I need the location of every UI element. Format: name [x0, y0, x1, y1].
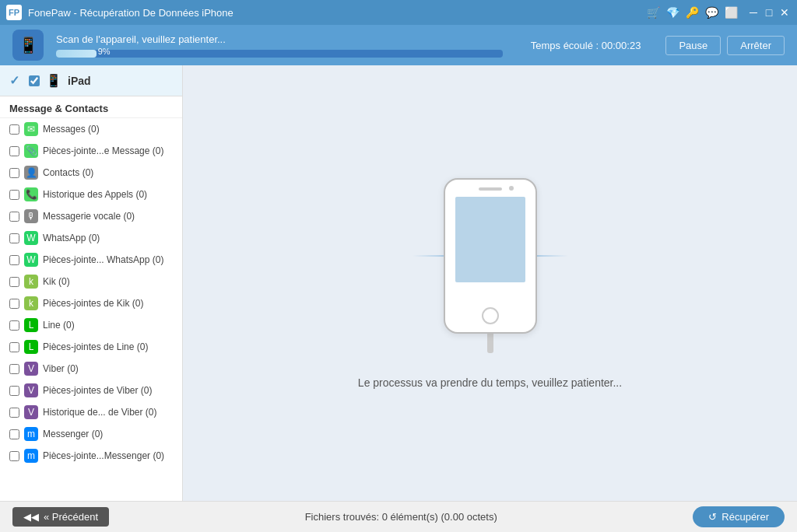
diamond-icon[interactable]: 💎 — [666, 6, 679, 19]
sidebar-item-pieces-line[interactable]: LPièces-jointes de Line (0) — [0, 336, 182, 358]
chat-icon[interactable]: 💬 — [705, 6, 718, 19]
files-found: Fichiers trouvés: 0 élément(s) (0.00 oct… — [305, 511, 497, 523]
sidebar-item-contacts[interactable]: 👤Contacts (0) — [0, 162, 182, 184]
ipad-icon: 📱 — [46, 73, 61, 88]
sidebar-item-pieces-message[interactable]: 📎Pièces-jointe...e Message (0) — [0, 140, 182, 162]
title-bar: FP FonePaw - Récupération De Données iPh… — [0, 0, 797, 25]
label-messagerie-vocale: Messagerie vocale (0) — [43, 211, 173, 222]
checkbox-pieces-messenger[interactable] — [9, 451, 19, 461]
sidebar-item-viber[interactable]: VViber (0) — [0, 358, 182, 380]
app-icon: FP — [6, 5, 22, 20]
checkbox-pieces-kik[interactable] — [9, 299, 19, 309]
maximize-button[interactable]: □ — [763, 6, 775, 19]
sidebar-item-kik[interactable]: kKik (0) — [0, 271, 182, 292]
sidebar-item-pieces-viber[interactable]: VPièces-jointes de Viber (0) — [0, 380, 182, 401]
sidebar-item-messenger[interactable]: mMessenger (0) — [0, 423, 182, 445]
back-label: « Précédent — [44, 511, 98, 523]
icon-messenger: m — [24, 427, 38, 441]
progress-content: Scan de l'appareil, veuillez patienter..… — [56, 33, 503, 58]
icon-contacts: 👤 — [24, 166, 38, 180]
checkbox-pieces-whatsapp[interactable] — [9, 255, 19, 265]
sidebar-item-historique-viber[interactable]: VHistorique de... de Viber (0) — [0, 401, 182, 423]
scan-label: Scan de l'appareil, veuillez patienter..… — [56, 33, 503, 45]
label-messenger: Messenger (0) — [43, 429, 173, 439]
sidebar-item-pieces-messenger[interactable]: mPièces-jointe...Messenger (0) — [0, 445, 182, 467]
label-pieces-viber: Pièces-jointes de Viber (0) — [43, 385, 173, 396]
recover-button[interactable]: ↺ Récupérer — [693, 506, 785, 527]
icon-line: L — [24, 318, 38, 332]
checkbox-viber[interactable] — [9, 364, 19, 374]
app-title: FonePaw - Récupération De Données iPhone — [28, 7, 647, 19]
checkbox-pieces-message[interactable] — [9, 146, 19, 156]
label-historique-appels: Historique des Appels (0) — [43, 189, 173, 200]
iphone-speaker — [479, 187, 502, 191]
sidebar-item-pieces-kik[interactable]: kPièces-jointes de Kik (0) — [0, 292, 182, 314]
icon-kik: k — [24, 275, 38, 289]
sidebar-items: ✉Messages (0)📎Pièces-jointe...e Message … — [0, 118, 182, 467]
checkbox-messenger[interactable] — [9, 429, 19, 439]
iphone-connector — [487, 334, 493, 353]
content-area: Le processus va prendre du temps, veuill… — [183, 65, 797, 501]
close-button[interactable]: ✕ — [778, 6, 791, 19]
recover-label: Récupérer — [722, 511, 769, 523]
sidebar-item-messages[interactable]: ✉Messages (0) — [0, 118, 182, 140]
main-layout: ✓ 📱 iPad Message & Contacts ✉Messages (0… — [0, 65, 797, 501]
minimize-button[interactable]: ─ — [747, 6, 760, 19]
label-pieces-whatsapp: Pièces-jointe... WhatsApp (0) — [43, 254, 173, 265]
time-elapsed: Temps écoulé : 00:00:23 — [531, 40, 641, 51]
progress-buttons: Pause Arrêter — [665, 36, 785, 55]
window-controls: ─ □ ✕ — [747, 6, 791, 19]
settings-icon[interactable]: ⬜ — [725, 6, 738, 19]
sidebar-item-pieces-whatsapp[interactable]: WPièces-jointe... WhatsApp (0) — [0, 249, 182, 271]
icon-pieces-kik: k — [24, 296, 38, 310]
key-icon[interactable]: 🔑 — [686, 6, 699, 19]
sidebar-item-historique-appels[interactable]: 📞Historique des Appels (0) — [0, 184, 182, 205]
section-title: Message & Contacts — [0, 96, 182, 118]
checkbox-historique-viber[interactable] — [9, 408, 19, 418]
checkbox-historique-appels[interactable] — [9, 190, 19, 200]
label-pieces-messenger: Pièces-jointe...Messenger (0) — [43, 450, 173, 461]
recover-icon: ↺ — [708, 511, 717, 523]
checkbox-line[interactable] — [9, 320, 19, 331]
iphone-body — [444, 178, 537, 334]
checkbox-pieces-line[interactable] — [9, 342, 19, 352]
icon-historique-viber: V — [24, 405, 38, 419]
iphone-illustration — [444, 178, 537, 353]
icon-whatsapp: W — [24, 231, 38, 245]
icon-pieces-message: 📎 — [24, 144, 38, 158]
toolbar-icons: 🛒 💎 🔑 💬 ⬜ — [647, 6, 738, 19]
icon-messagerie-vocale: 🎙 — [24, 209, 38, 223]
sidebar: ✓ 📱 iPad Message & Contacts ✉Messages (0… — [0, 65, 183, 501]
progress-area: 📱 Scan de l'appareil, veuillez patienter… — [0, 25, 797, 65]
cart-icon[interactable]: 🛒 — [647, 6, 660, 19]
checkbox-whatsapp[interactable] — [9, 233, 19, 243]
checkbox-kik[interactable] — [9, 277, 19, 287]
iphone-home-button — [482, 307, 499, 324]
sidebar-item-messagerie-vocale[interactable]: 🎙Messagerie vocale (0) — [0, 205, 182, 227]
progress-percent: 9% — [98, 47, 111, 56]
checkbox-messagerie-vocale[interactable] — [9, 212, 19, 222]
label-pieces-line: Pièces-jointes de Line (0) — [43, 341, 173, 352]
label-pieces-kik: Pièces-jointes de Kik (0) — [43, 298, 173, 309]
device-checkbox[interactable] — [29, 75, 40, 86]
device-row[interactable]: ✓ 📱 iPad — [0, 65, 182, 96]
icon-pieces-line: L — [24, 340, 38, 354]
checkbox-messages[interactable] — [9, 124, 19, 135]
checkbox-pieces-viber[interactable] — [9, 386, 19, 396]
checkbox-contacts[interactable] — [9, 168, 19, 178]
stop-button[interactable]: Arrêter — [727, 36, 785, 55]
label-historique-viber: Historique de... de Viber (0) — [43, 407, 173, 418]
back-button[interactable]: ◀◀ « Précédent — [12, 507, 109, 527]
pause-button[interactable]: Pause — [665, 36, 721, 55]
sidebar-item-whatsapp[interactable]: WWhatsApp (0) — [0, 227, 182, 249]
back-icon: ◀◀ — [23, 511, 39, 523]
icon-messages: ✉ — [24, 122, 38, 136]
iphone-camera — [509, 186, 514, 191]
iphone-screen — [455, 197, 525, 282]
label-pieces-message: Pièces-jointe...e Message (0) — [43, 145, 173, 156]
label-whatsapp: WhatsApp (0) — [43, 233, 173, 243]
check-mark: ✓ — [9, 73, 19, 88]
label-viber: Viber (0) — [43, 363, 173, 374]
progress-fill: 9% — [56, 50, 97, 58]
sidebar-item-line[interactable]: LLine (0) — [0, 314, 182, 336]
